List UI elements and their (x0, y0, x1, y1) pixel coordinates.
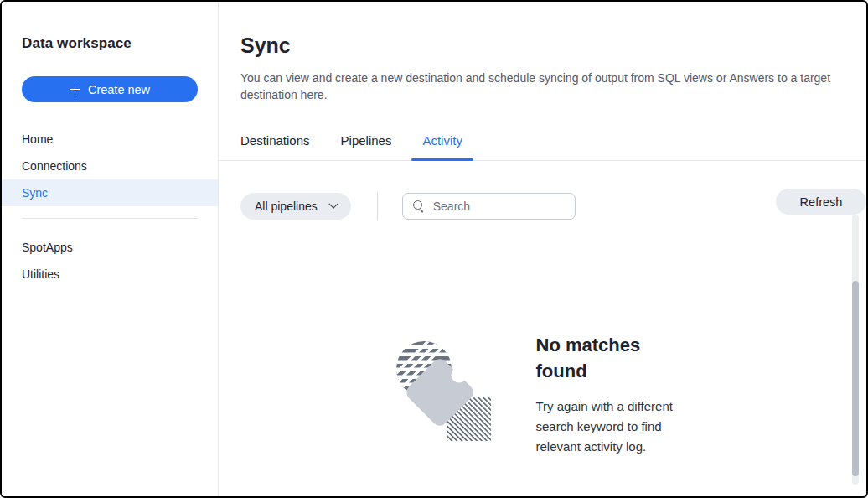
empty-state-title: No matches found (536, 332, 674, 384)
empty-state-message: Try again with a different search keywor… (536, 397, 697, 457)
search-input[interactable] (433, 200, 585, 213)
sidebar-item-spotapps[interactable]: SpotApps (2, 234, 218, 261)
app-window: Data workspace Create new Home Connectio… (0, 0, 868, 498)
create-new-label: Create new (88, 83, 150, 96)
tab-bar: Destinations Pipelines Activity (219, 133, 866, 161)
scrollbar-track[interactable] (852, 215, 859, 485)
sidebar-nav: Home Connections Sync SpotApps Utilities (22, 126, 198, 288)
refresh-button[interactable]: Refresh (776, 189, 866, 215)
sidebar-item-connections[interactable]: Connections (2, 153, 218, 179)
workspace-title: Data workspace (22, 35, 198, 52)
tab-activity[interactable]: Activity (422, 133, 462, 160)
sidebar-item-home[interactable]: Home (2, 126, 218, 153)
pipeline-filter-label: All pipelines (255, 200, 318, 213)
page-description: You can view and create a new destinatio… (240, 70, 845, 103)
toolbar: All pipelines (240, 192, 845, 220)
toolbar-divider (377, 192, 378, 220)
sidebar: Data workspace Create new Home Connectio… (2, 2, 219, 496)
sidebar-divider (22, 218, 198, 219)
scrollbar-thumb[interactable] (852, 281, 859, 476)
tab-pipelines[interactable]: Pipelines (341, 133, 392, 160)
create-new-button[interactable]: Create new (22, 76, 198, 102)
plus-icon (70, 84, 80, 95)
sidebar-item-utilities[interactable]: Utilities (2, 261, 218, 288)
empty-state: No matches found Try again with a differ… (219, 332, 866, 457)
pipeline-filter-dropdown[interactable]: All pipelines (240, 193, 351, 220)
tab-destinations[interactable]: Destinations (240, 133, 310, 160)
empty-state-text: No matches found Try again with a differ… (536, 332, 704, 457)
no-matches-illustration (382, 332, 491, 441)
sidebar-item-sync[interactable]: Sync (2, 179, 218, 206)
page-header: Sync You can view and create a new desti… (219, 2, 866, 103)
main-panel: Sync You can view and create a new desti… (219, 2, 866, 496)
search-icon (413, 200, 425, 212)
page-title: Sync (240, 34, 845, 58)
tag-hole (451, 367, 467, 383)
search-box[interactable] (402, 193, 576, 220)
chevron-down-icon (328, 200, 338, 209)
